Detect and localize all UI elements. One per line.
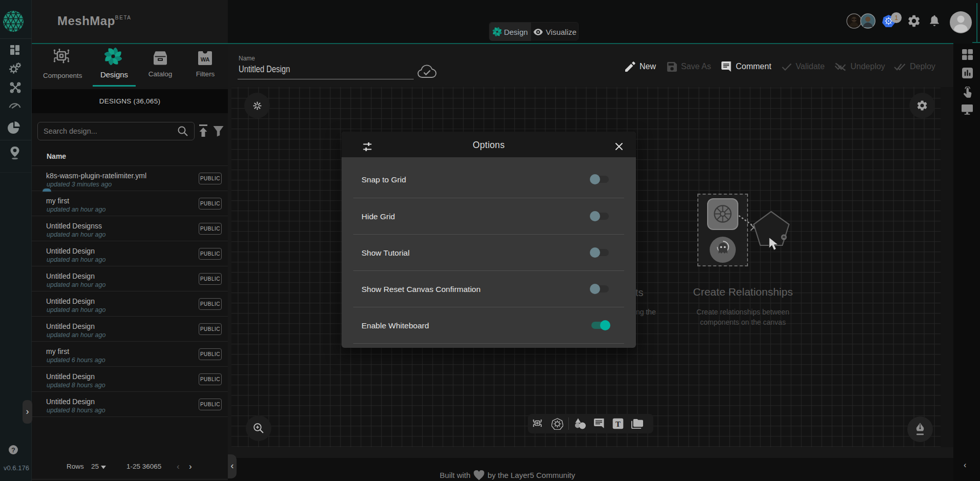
- svg-text:1: 1: [894, 14, 898, 22]
- svg-text:?: ?: [11, 446, 15, 454]
- svg-text:WA: WA: [201, 56, 210, 62]
- svg-text:T: T: [615, 420, 621, 428]
